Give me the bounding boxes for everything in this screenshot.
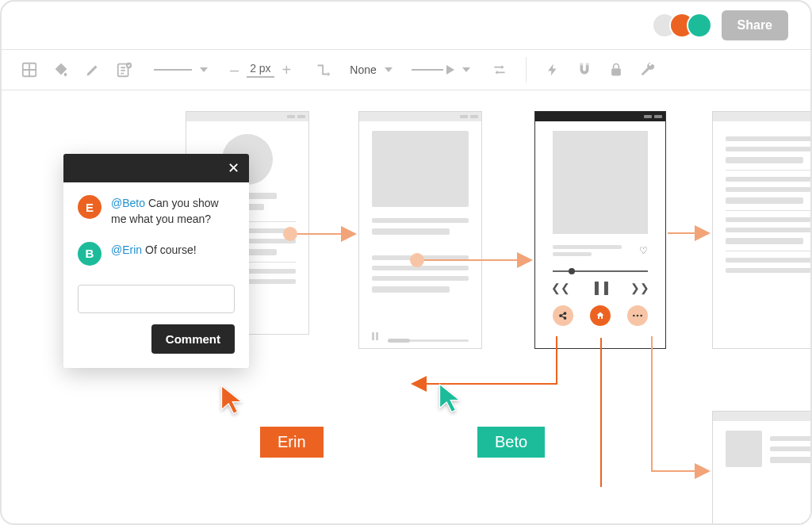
svg-rect-4 xyxy=(586,63,589,66)
heart-icon[interactable]: ♡ xyxy=(639,245,648,256)
topbar: Share xyxy=(2,2,810,49)
flow-hotspot[interactable] xyxy=(410,253,424,267)
decrement-button[interactable]: – xyxy=(230,61,239,79)
svg-point-9 xyxy=(633,315,635,317)
comment-text: @Beto Can you show me what you mean? xyxy=(111,195,235,228)
dropdown-label: None xyxy=(350,63,376,76)
chevron-down-icon xyxy=(200,67,208,72)
user-badge-erin: Erin xyxy=(260,427,324,458)
avatar: B xyxy=(78,242,102,266)
toolbar-divider xyxy=(526,57,527,82)
cursor-erin xyxy=(220,384,243,419)
svg-point-11 xyxy=(640,315,642,317)
increment-button[interactable]: + xyxy=(282,61,292,79)
chevron-down-icon xyxy=(385,67,393,72)
comment-item: E @Beto Can you show me what you mean? xyxy=(78,195,235,228)
popup-header: ✕ xyxy=(63,154,249,182)
start-arrowhead-dropdown[interactable]: None xyxy=(350,63,392,76)
canvas[interactable]: ♡ ❮❮ ▐▐ ❯❯ xyxy=(2,90,810,523)
svg-rect-3 xyxy=(580,63,583,66)
pause-icon[interactable]: ▐▐ xyxy=(591,282,610,294)
swap-direction-icon[interactable] xyxy=(489,59,510,80)
magnet-icon[interactable] xyxy=(574,59,595,80)
cursor-beto xyxy=(438,382,462,417)
album-art-placeholder xyxy=(553,131,648,234)
app-window: Share – 2 px + xyxy=(0,0,812,525)
comment-text: @Erin Of course! xyxy=(111,242,197,266)
style-toolbar: – 2 px + None xyxy=(2,49,810,90)
track-progress[interactable] xyxy=(553,270,648,272)
svg-rect-5 xyxy=(611,68,621,75)
bolt-icon[interactable] xyxy=(542,59,563,80)
status-bar xyxy=(359,112,481,121)
comment-item: B @Erin Of course! xyxy=(78,242,235,266)
scrollbar[interactable] xyxy=(388,339,469,342)
next-track-icon[interactable]: ❯❯ xyxy=(630,282,649,294)
comment-submit-button[interactable]: Comment xyxy=(151,324,235,354)
home-icon[interactable] xyxy=(590,305,611,326)
comment-popup: ✕ E @Beto Can you show me what you mean?… xyxy=(63,154,249,368)
more-icon[interactable] xyxy=(627,305,648,326)
avatar: E xyxy=(78,195,102,219)
presence-avatars xyxy=(658,14,710,36)
stroke-width-value[interactable]: 2 px xyxy=(247,62,274,78)
comment-input[interactable] xyxy=(78,285,235,313)
player-controls: ❮❮ ▐▐ ❯❯ xyxy=(535,282,665,294)
line-style-dropdown[interactable] xyxy=(154,67,208,72)
end-arrowhead-dropdown[interactable] xyxy=(412,65,470,75)
presence-dot-beto xyxy=(688,14,710,36)
fill-icon[interactable] xyxy=(51,59,71,80)
arrow-preview xyxy=(412,65,454,75)
user-badge-beto: Beto xyxy=(477,427,545,458)
wrench-icon[interactable] xyxy=(638,59,658,80)
mention: @Beto xyxy=(111,197,145,209)
mockup-screen[interactable] xyxy=(712,411,810,523)
chevron-down-icon xyxy=(462,67,470,72)
mockup-screen-player[interactable]: ♡ ❮❮ ▐▐ ❯❯ xyxy=(534,111,666,349)
pencil-icon[interactable] xyxy=(82,59,103,80)
status-bar xyxy=(186,112,308,121)
prev-track-icon[interactable]: ❮❮ xyxy=(551,282,570,294)
flow-hotspot[interactable] xyxy=(283,227,297,241)
status-bar xyxy=(713,412,810,421)
pause-icon xyxy=(372,332,378,340)
lock-icon[interactable] xyxy=(606,59,626,80)
mention: @Erin xyxy=(111,243,142,256)
grid-icon[interactable] xyxy=(19,59,40,80)
stroke-width-stepper: – 2 px + xyxy=(230,61,291,79)
elbow-connector-icon[interactable] xyxy=(313,59,334,80)
share-icon[interactable] xyxy=(553,305,573,326)
mockup-screen[interactable] xyxy=(358,111,482,349)
mockup-screen[interactable] xyxy=(712,111,810,349)
status-bar xyxy=(535,112,665,121)
checklist-icon[interactable] xyxy=(114,59,135,80)
svg-point-10 xyxy=(637,315,639,317)
status-bar xyxy=(713,112,810,121)
line-style-preview xyxy=(154,69,192,71)
share-button[interactable]: Share xyxy=(722,10,788,40)
close-icon[interactable]: ✕ xyxy=(228,159,239,177)
